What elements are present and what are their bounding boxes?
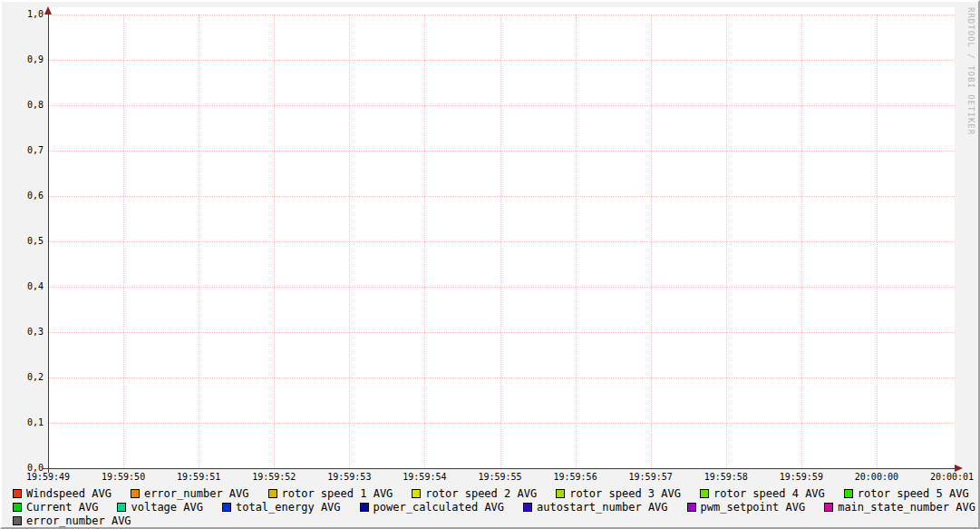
legend-label: total_energy AVG <box>236 501 341 514</box>
gridline-horizontal <box>48 60 955 61</box>
legend-swatch <box>13 489 22 498</box>
y-tick-label: 0,6 <box>2 191 44 201</box>
gridline-horizontal <box>48 241 955 242</box>
legend-label: error_number AVG <box>144 487 249 500</box>
legend-swatch <box>824 503 833 512</box>
gridline-vertical <box>199 15 199 468</box>
gridline-vertical <box>576 15 577 468</box>
y-tick-label: 0,2 <box>2 372 44 383</box>
legend-label: rotor speed 3 AVG <box>569 487 681 500</box>
legend-swatch <box>268 489 277 498</box>
legend-item: Windspeed AVG <box>13 487 112 500</box>
x-tick-label: 19:59:52 <box>236 472 312 483</box>
legend-item: rotor speed 4 AVG <box>700 487 825 500</box>
x-tick-label: 19:59:56 <box>538 472 614 483</box>
gridline-horizontal <box>48 287 955 288</box>
x-tick-label: 19:59:50 <box>85 472 161 483</box>
rrdtool-graph: 0,00,10,20,30,40,50,60,70,80,91,0 19:59:… <box>0 0 980 529</box>
legend-label: rotor speed 1 AVG <box>282 487 393 500</box>
legend-swatch <box>412 489 421 498</box>
gridline-vertical <box>877 15 878 468</box>
y-axis-arrow-icon <box>44 6 52 15</box>
y-tick-label: 0,5 <box>2 236 44 247</box>
legend-label: pwm_setpoint AVG <box>701 501 806 514</box>
x-tick-label: 20:00:00 <box>839 472 915 483</box>
y-tick-label: 0,4 <box>2 281 44 292</box>
legend: Windspeed AVGerror_number AVGrotor speed… <box>13 486 975 527</box>
x-tick-label: 19:59:49 <box>10 472 86 483</box>
legend-item: rotor speed 2 AVG <box>412 487 537 500</box>
x-tick-label: 19:59:55 <box>462 472 539 483</box>
y-tick-label: 1,0 <box>2 9 44 20</box>
legend-label: main_state_number AVG <box>838 501 975 514</box>
y-tick-label: 0,1 <box>2 417 44 428</box>
gridline-vertical <box>123 15 124 468</box>
legend-item: rotor speed 3 AVG <box>556 487 681 500</box>
x-tick-label: 19:59:58 <box>688 472 764 483</box>
legend-item: main_state_number AVG <box>824 501 975 514</box>
gridline-horizontal <box>48 105 955 106</box>
gridline-vertical <box>500 15 501 468</box>
x-tick-label: 19:59:51 <box>160 472 237 483</box>
legend-label: rotor speed 5 AVG <box>858 487 969 500</box>
x-tick-label: 19:59:59 <box>763 472 839 483</box>
gridline-vertical <box>801 15 802 468</box>
gridline-horizontal <box>48 196 955 197</box>
y-tick-label: 0,3 <box>2 327 44 338</box>
gridline-horizontal <box>48 332 955 333</box>
legend-item: total_energy AVG <box>222 501 341 514</box>
legend-swatch <box>556 489 565 498</box>
legend-item: power_calculated AVG <box>360 501 505 514</box>
y-tick-label: 0,8 <box>2 100 44 111</box>
gridline-vertical <box>651 15 652 468</box>
legend-swatch <box>222 503 231 512</box>
legend-row: Current AVGvoltage AVGtotal_energy AVGpo… <box>13 500 975 514</box>
legend-label: power_calculated AVG <box>374 501 505 514</box>
legend-label: rotor speed 4 AVG <box>713 487 825 500</box>
legend-label: voltage AVG <box>131 501 202 514</box>
legend-item: rotor speed 1 AVG <box>268 487 393 500</box>
x-axis-line <box>43 468 955 469</box>
legend-item: Current AVG <box>13 501 98 514</box>
legend-label: Current AVG <box>26 501 98 514</box>
legend-item: error_number AVG <box>13 514 131 527</box>
legend-label: autostart_number AVG <box>537 501 668 514</box>
legend-swatch <box>687 503 696 512</box>
y-tick-label: 0,7 <box>2 145 44 156</box>
legend-label: rotor speed 2 AVG <box>425 487 537 500</box>
plot-area <box>48 7 955 468</box>
gridline-horizontal <box>48 377 955 378</box>
gridline-horizontal <box>48 151 955 152</box>
legend-swatch <box>523 503 532 512</box>
legend-swatch <box>844 489 853 498</box>
gridline-vertical <box>424 15 425 468</box>
legend-row: Windspeed AVGerror_number AVGrotor speed… <box>13 486 975 500</box>
legend-item: autostart_number AVG <box>523 501 668 514</box>
legend-label: Windspeed AVG <box>26 487 112 500</box>
legend-row: error_number AVG <box>13 514 975 527</box>
legend-item: rotor speed 5 AVG <box>844 487 969 500</box>
gridline-vertical <box>349 15 350 468</box>
x-tick-label: 20:00:01 <box>914 472 980 483</box>
gridline-vertical <box>274 15 275 468</box>
legend-item: pwm_setpoint AVG <box>687 501 806 514</box>
legend-swatch <box>360 503 369 512</box>
gridline-horizontal <box>48 15 955 15</box>
legend-swatch <box>13 503 22 512</box>
legend-swatch <box>13 516 22 525</box>
legend-item: voltage AVG <box>117 501 202 514</box>
gridline-horizontal <box>48 423 955 424</box>
x-tick-label: 19:59:54 <box>386 472 462 483</box>
legend-swatch <box>700 489 709 498</box>
y-tick-label: 0,9 <box>2 54 44 65</box>
legend-item: error_number AVG <box>131 487 249 500</box>
gridline-vertical <box>726 15 727 468</box>
x-tick-label: 19:59:53 <box>311 472 387 483</box>
x-axis-arrow-icon <box>955 465 963 472</box>
y-axis-line <box>48 13 49 473</box>
legend-swatch <box>117 503 126 512</box>
x-tick-label: 19:59:57 <box>613 472 689 483</box>
legend-label: error_number AVG <box>26 514 131 527</box>
watermark: RRDTOOL / TOBI OETIKER <box>966 7 975 135</box>
legend-swatch <box>131 489 140 498</box>
